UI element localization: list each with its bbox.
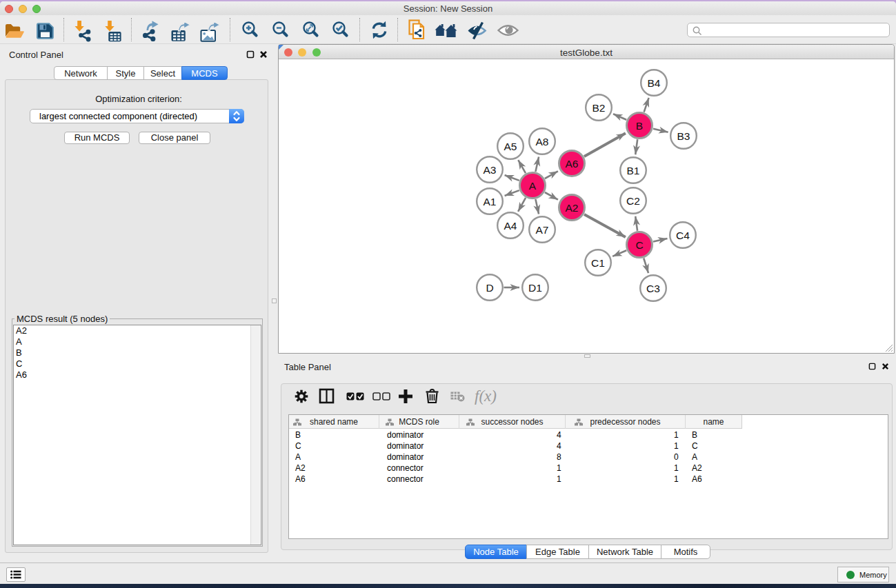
svg-text:C: C — [635, 239, 643, 251]
svg-text:A: A — [529, 180, 537, 192]
svg-text:B4: B4 — [648, 77, 661, 89]
svg-text:A7: A7 — [536, 224, 549, 236]
svg-text:C2: C2 — [626, 195, 640, 207]
svg-text:D1: D1 — [528, 282, 542, 294]
svg-text:C4: C4 — [676, 230, 690, 241]
svg-text:A1: A1 — [484, 196, 497, 207]
svg-text:B3: B3 — [677, 130, 690, 142]
svg-text:A8: A8 — [536, 136, 549, 148]
svg-text:A2: A2 — [566, 202, 579, 214]
svg-text:A3: A3 — [484, 164, 497, 176]
svg-text:B: B — [636, 120, 643, 132]
svg-text:A5: A5 — [504, 141, 517, 152]
svg-text:B1: B1 — [627, 165, 640, 176]
svg-text:B2: B2 — [593, 102, 606, 114]
svg-text:A6: A6 — [566, 158, 579, 170]
svg-text:D: D — [486, 282, 493, 294]
svg-text:C1: C1 — [591, 257, 605, 269]
svg-text:C3: C3 — [646, 283, 660, 294]
svg-text:A4: A4 — [504, 220, 517, 232]
